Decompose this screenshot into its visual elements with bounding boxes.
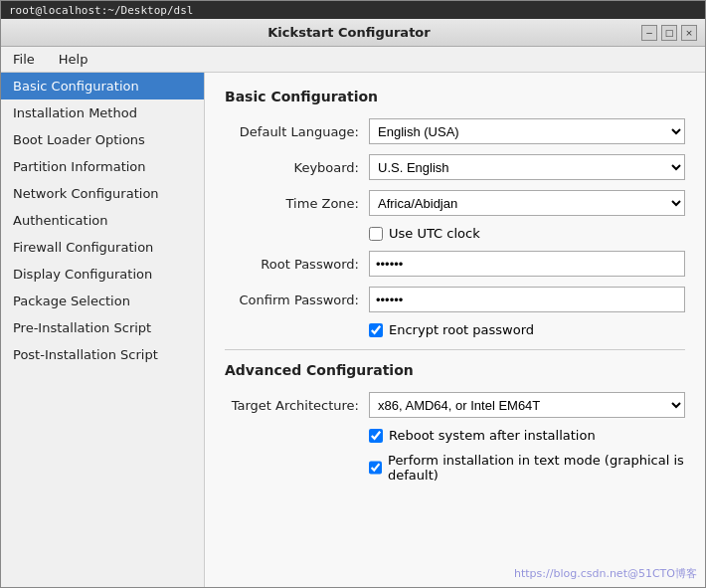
language-select[interactable]: English (USA)	[369, 118, 685, 144]
encrypt-checkbox[interactable]	[369, 323, 383, 337]
titlebar: Kickstart Configurator − □ ×	[1, 19, 705, 47]
sidebar-item-basic-config[interactable]: Basic Configuration	[1, 73, 204, 99]
confirm-password-label: Confirm Password:	[225, 293, 369, 307]
sidebar-item-authentication[interactable]: Authentication	[1, 207, 204, 234]
main-window: root@localhost:~/Desktop/dsl Kickstart C…	[0, 0, 706, 588]
utc-clock-label: Use UTC clock	[389, 226, 480, 241]
sidebar-item-package-selection[interactable]: Package Selection	[1, 288, 204, 314]
menu-help[interactable]: Help	[55, 50, 92, 69]
sidebar-item-display-config[interactable]: Display Configuration	[1, 261, 204, 288]
sidebar-item-firewall-config[interactable]: Firewall Configuration	[1, 234, 204, 261]
language-row: Default Language: English (USA)	[225, 118, 685, 144]
encrypt-label: Encrypt root password	[389, 322, 534, 337]
confirm-password-row: Confirm Password:	[225, 287, 685, 312]
sidebar-item-network-config[interactable]: Network Configuration	[1, 180, 204, 207]
advanced-config-title: Advanced Configuration	[225, 362, 685, 378]
terminal-bar: root@localhost:~/Desktop/dsl	[1, 1, 705, 19]
text-mode-row: Perform installation in text mode (graph…	[369, 453, 685, 483]
encrypt-row: Encrypt root password	[369, 322, 685, 337]
utc-clock-checkbox[interactable]	[369, 227, 383, 241]
content-area: Basic Configuration Default Language: En…	[205, 73, 705, 587]
minimize-button[interactable]: −	[641, 25, 657, 41]
timezone-row: Time Zone: Africa/Abidjan	[225, 190, 685, 216]
menubar: File Help	[1, 47, 705, 73]
reboot-checkbox[interactable]	[369, 429, 383, 443]
arch-select[interactable]: x86, AMD64, or Intel EM64T	[369, 392, 685, 418]
maximize-button[interactable]: □	[661, 25, 677, 41]
root-password-label: Root Password:	[225, 257, 369, 272]
window-title: Kickstart Configurator	[57, 25, 641, 40]
reboot-label: Reboot system after installation	[389, 428, 596, 443]
sidebar: Basic Configuration Installation Method …	[1, 73, 205, 587]
language-label: Default Language:	[225, 124, 369, 139]
keyboard-select[interactable]: U.S. English	[369, 154, 685, 180]
root-password-row: Root Password:	[225, 251, 685, 277]
arch-row: Target Architecture: x86, AMD64, or Inte…	[225, 392, 685, 418]
sidebar-item-partition-info[interactable]: Partition Information	[1, 153, 204, 180]
keyboard-row: Keyboard: U.S. English	[225, 154, 685, 180]
root-password-input[interactable]	[369, 251, 685, 277]
utc-clock-row: Use UTC clock	[369, 226, 685, 241]
timezone-label: Time Zone:	[225, 196, 369, 211]
terminal-text: root@localhost:~/Desktop/dsl	[9, 4, 193, 17]
timezone-select[interactable]: Africa/Abidjan	[369, 190, 685, 216]
confirm-password-input[interactable]	[369, 287, 685, 312]
main-content: Basic Configuration Installation Method …	[1, 73, 705, 587]
sidebar-item-boot-loader[interactable]: Boot Loader Options	[1, 126, 204, 153]
basic-config-title: Basic Configuration	[225, 89, 685, 104]
arch-label: Target Architecture:	[225, 398, 369, 413]
sidebar-item-pre-install[interactable]: Pre-Installation Script	[1, 314, 204, 341]
sidebar-item-post-install[interactable]: Post-Installation Script	[1, 341, 204, 368]
window-controls: − □ ×	[641, 25, 697, 41]
text-mode-checkbox[interactable]	[369, 461, 382, 475]
reboot-row: Reboot system after installation	[369, 428, 685, 443]
close-button[interactable]: ×	[681, 25, 697, 41]
sidebar-item-install-method[interactable]: Installation Method	[1, 99, 204, 126]
section-divider	[225, 349, 685, 350]
menu-file[interactable]: File	[9, 50, 39, 69]
text-mode-label: Perform installation in text mode (graph…	[388, 453, 685, 483]
keyboard-label: Keyboard:	[225, 160, 369, 175]
